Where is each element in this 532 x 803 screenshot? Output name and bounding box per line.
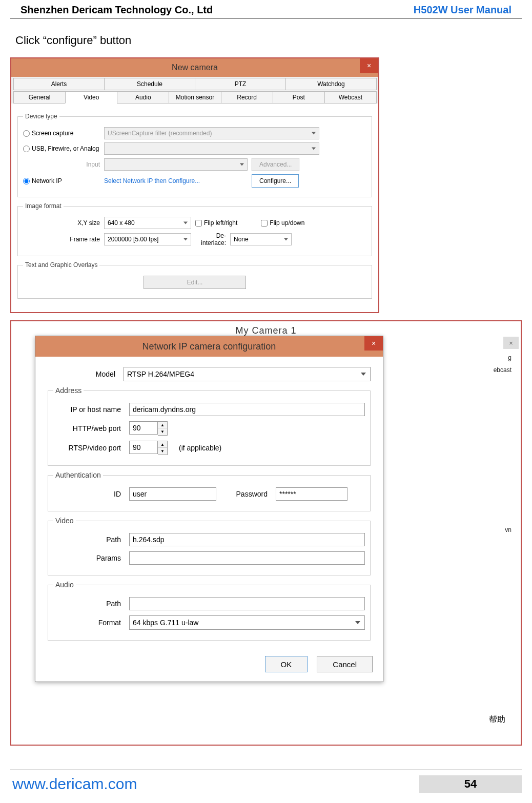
flip-ud-input[interactable] xyxy=(261,220,268,227)
audio-format-value: 64 kbps G.711 u-law xyxy=(133,619,198,627)
usb-device-select[interactable] xyxy=(104,142,319,155)
bg-help-button[interactable]: 帮助 xyxy=(489,714,505,725)
dialog-titlebar: Network IP camera configuration × xyxy=(35,336,383,357)
tab-ptz[interactable]: PTZ xyxy=(195,78,286,90)
xy-size-select[interactable]: 640 x 480 xyxy=(104,217,191,229)
ip-config-dialog: Network IP camera configuration × Model … xyxy=(35,336,383,682)
dialog-actions: OK Cancel xyxy=(35,649,383,682)
model-value: RTSP H.264/MPEG4 xyxy=(127,370,194,378)
background-window: My Camera 1 × g ebcast vn Network IP cam… xyxy=(10,320,522,746)
rtsp-port-spinner[interactable]: ▲▼ xyxy=(129,441,168,455)
new-camera-window: New camera × Alerts Schedule PTZ Watchdo… xyxy=(10,57,379,313)
audio-path-input[interactable] xyxy=(129,597,365,610)
auth-id-input[interactable] xyxy=(129,487,216,501)
auth-legend: Authentication xyxy=(53,471,103,479)
flip-lr-checkbox[interactable]: Flip left/right xyxy=(195,219,237,227)
auth-password-input[interactable] xyxy=(276,487,347,501)
rtsp-note: (if applicable) xyxy=(172,444,221,452)
flip-lr-input[interactable] xyxy=(195,220,202,227)
deinterlace-value: None xyxy=(234,236,249,243)
page-number: 54 xyxy=(419,775,522,793)
tab-watchdog[interactable]: Watchdog xyxy=(285,78,377,90)
device-type-legend: Device type xyxy=(23,113,59,120)
bg-hint-vn: vn xyxy=(505,526,511,533)
screen-filter-select[interactable]: UScreenCapture filter (recommended) xyxy=(104,127,319,139)
frame-rate-value: 2000000 [5.00 fps] xyxy=(108,236,158,243)
audio-format-select[interactable]: 64 kbps G.711 u-law xyxy=(129,615,365,630)
video-path-label: Path xyxy=(53,536,125,544)
window-title: New camera xyxy=(172,63,218,72)
radio-usb-input[interactable] xyxy=(23,146,30,152)
radio-screen-capture[interactable]: Screen capture xyxy=(23,130,100,137)
dialog-close-button[interactable]: × xyxy=(364,336,383,351)
bg-close-button[interactable]: × xyxy=(503,337,519,349)
rtsp-port-input[interactable] xyxy=(129,441,158,454)
xy-size-value: 640 x 480 xyxy=(108,219,135,227)
video-group: Video Path Params xyxy=(48,517,371,575)
http-port-input[interactable] xyxy=(129,421,158,435)
network-ip-hint: Select Network IP then Configure... xyxy=(104,177,248,184)
http-port-label: HTTP/web port xyxy=(53,424,125,433)
ok-button[interactable]: OK xyxy=(265,656,308,672)
radio-screen-capture-input[interactable] xyxy=(23,130,30,137)
cancel-button[interactable]: Cancel xyxy=(317,656,373,672)
page-header: Shenzhen Dericam Technology Co., Ltd H50… xyxy=(10,0,522,18)
radio-network-ip[interactable]: Network IP xyxy=(23,177,100,184)
radio-screen-capture-label: Screen capture xyxy=(32,130,73,137)
dialog-title: Network IP camera configuration xyxy=(142,341,276,352)
flip-lr-label: Flip left/right xyxy=(204,219,237,227)
screen-filter-value: UScreenCapture filter (recommended) xyxy=(108,130,212,137)
edit-overlay-button[interactable]: Edit... xyxy=(144,276,246,289)
advanced-button[interactable]: Advanced... xyxy=(252,158,299,171)
video-params-label: Params xyxy=(53,554,125,562)
deinterlace-select[interactable]: None xyxy=(230,233,292,245)
image-format-group: Image format X,Y size 640 x 480 Flip lef… xyxy=(17,202,372,256)
bg-hint-ebcast: ebcast xyxy=(494,366,511,374)
video-panel: Device type Screen capture UScreenCaptur… xyxy=(11,104,378,312)
video-params-input[interactable] xyxy=(129,551,365,565)
tab-audio[interactable]: Audio xyxy=(117,91,169,104)
radio-usb[interactable]: USB, Firewire, or Analog xyxy=(23,145,100,152)
image-format-legend: Image format xyxy=(23,202,64,210)
frame-rate-label: Frame rate xyxy=(23,236,100,243)
video-legend: Video xyxy=(53,517,76,525)
bg-window-title: My Camera 1 xyxy=(11,325,521,336)
http-port-spinner[interactable]: ▲▼ xyxy=(129,421,168,436)
tab-motion-sensor[interactable]: Motion sensor xyxy=(169,91,221,104)
radio-network-ip-input[interactable] xyxy=(23,178,30,184)
usb-input-select[interactable] xyxy=(104,158,248,171)
address-group: Address IP or host name HTTP/web port ▲▼ xyxy=(48,386,371,466)
http-port-spin-buttons[interactable]: ▲▼ xyxy=(158,421,168,436)
tab-video[interactable]: Video xyxy=(65,91,117,104)
ip-input[interactable] xyxy=(129,403,365,416)
radio-usb-label: USB, Firewire, or Analog xyxy=(32,145,99,152)
audio-legend: Audio xyxy=(53,581,76,589)
close-button[interactable]: × xyxy=(360,58,378,73)
tab-post[interactable]: Post xyxy=(273,91,325,104)
configure-button[interactable]: Configure... xyxy=(252,174,299,188)
tab-webcast[interactable]: Webcast xyxy=(324,91,377,104)
audio-path-label: Path xyxy=(53,600,125,608)
model-label: Model xyxy=(48,370,119,378)
instruction-text: Click “configure” button xyxy=(0,18,532,57)
flip-ud-label: Flip up/down xyxy=(270,219,304,227)
deinterlace-label: De-interlace: xyxy=(195,232,226,246)
company-name: Shenzhen Dericam Technology Co., Ltd xyxy=(21,4,213,16)
overlays-group: Text and Graphic Overlays Edit... xyxy=(17,261,372,299)
ip-label: IP or host name xyxy=(53,405,125,414)
frame-rate-select[interactable]: 2000000 [5.00 fps] xyxy=(104,233,191,245)
rtsp-port-spin-buttons[interactable]: ▲▼ xyxy=(158,441,168,455)
flip-ud-checkbox[interactable]: Flip up/down xyxy=(261,219,304,227)
overlays-legend: Text and Graphic Overlays xyxy=(23,261,99,269)
model-select[interactable]: RTSP H.264/MPEG4 xyxy=(124,367,371,381)
audio-format-label: Format xyxy=(53,619,125,627)
tab-schedule[interactable]: Schedule xyxy=(104,78,195,90)
footer-link: www.dericam.com xyxy=(10,775,419,793)
tab-record[interactable]: Record xyxy=(221,91,273,104)
video-path-input[interactable] xyxy=(129,533,365,546)
tabs-row-upper: Alerts Schedule PTZ Watchdog xyxy=(11,77,378,90)
tab-general[interactable]: General xyxy=(13,91,66,104)
tab-alerts[interactable]: Alerts xyxy=(13,78,105,90)
auth-group: Authentication ID Password xyxy=(48,471,371,511)
rtsp-port-label: RTSP/video port xyxy=(53,444,125,452)
